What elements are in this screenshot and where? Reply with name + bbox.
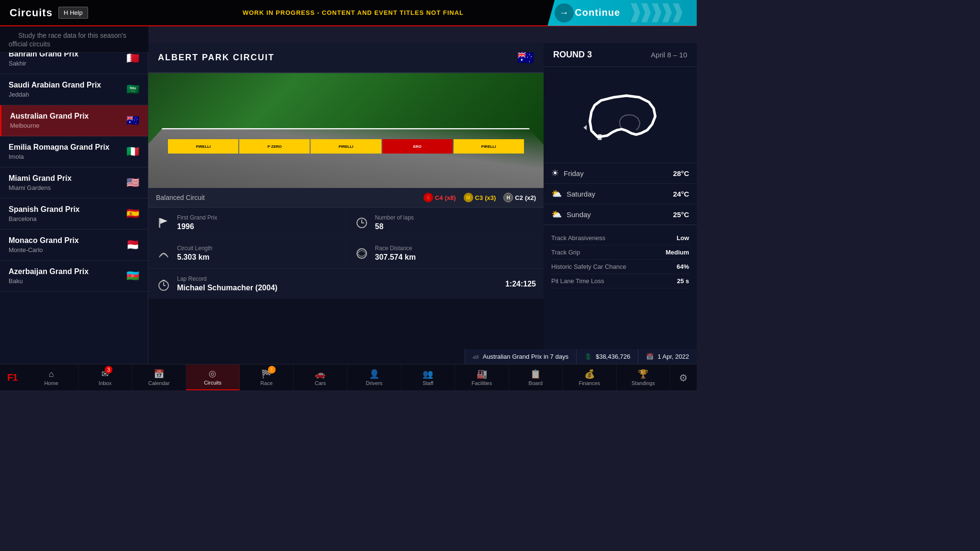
stat-first-gp-value: 1996	[177, 222, 217, 231]
circuit-flag-miami: 🇺🇸	[126, 176, 139, 189]
tyre-medium-circle: M	[464, 193, 473, 202]
circuit-hero-image: PIRELLI P ZERO PIRELLI ERO PIRELLI	[148, 73, 544, 188]
circuit-name-spain: Spanish Grand Prix	[9, 205, 79, 214]
main-content: Bahrain Grand Prix Sakhir 🇧🇭 Saudi Arabi…	[0, 43, 697, 364]
weather-saturday-temp: 24°C	[673, 190, 689, 198]
weather-sunday: ⛅ Sunday 25°C	[544, 204, 697, 225]
lap-record-content: Lap Record Michael Schumacher (2004)	[177, 276, 500, 292]
weather-friday-name: Friday	[564, 169, 668, 177]
stat-distance-label: Race Distance	[375, 245, 416, 252]
advert-pirelli-2: PIRELLI	[311, 139, 381, 154]
tyre-medium-count: (x3)	[485, 194, 496, 201]
circuit-flag-bahrain: 🇧🇭	[126, 52, 139, 65]
top-header: Circuits H Help WORK IN PROGRESS - CONTE…	[0, 0, 697, 26]
lap-record-label: Lap Record	[177, 276, 500, 282]
stat-first-gp: First Grand Prix 1996	[148, 208, 346, 238]
stat-laps-value: 58	[375, 222, 414, 231]
circuit-header-flag: 🇦🇺	[517, 50, 534, 66]
circuit-name-miami: Miami Grand Prix	[9, 174, 72, 183]
nav-label-facilities: Facilities	[471, 380, 492, 386]
board-icon: 📋	[530, 369, 541, 379]
svg-rect-0	[159, 218, 160, 228]
circuit-flag-spain: 🇪🇸	[126, 208, 139, 220]
nav-item-finances[interactable]: 💰 Finances	[563, 364, 616, 390]
circuit-item-emilia[interactable]: Emilia Romagna Grand Prix Imola 🇮🇹	[0, 136, 148, 167]
stat-length-value: 5.303 km	[177, 253, 212, 262]
inbox-badge-wrapper: ✉ 3	[101, 369, 109, 379]
stat-length-content: Circuit Length 5.303 km	[177, 245, 212, 262]
track-map-container	[544, 67, 697, 163]
nav-item-drivers[interactable]: 👤 Drivers	[347, 364, 401, 390]
nav-item-circuits[interactable]: ◎ Circuits	[186, 364, 240, 390]
page-subtitle: Study the race data for this season's of…	[9, 30, 126, 48]
page-title: Circuits	[10, 7, 53, 19]
circuit-name-emilia: Emilia Romagna Grand Prix	[9, 143, 110, 152]
nav-item-race[interactable]: 🏁 ! Race	[240, 364, 293, 390]
header-left: Circuits H Help	[0, 7, 239, 19]
header-title-section: Circuits	[10, 7, 53, 19]
weather-saturday-icon: ⛅	[551, 188, 562, 199]
advert-boards: PIRELLI P ZERO PIRELLI ERO PIRELLI	[168, 139, 523, 154]
circuit-item-australia[interactable]: Australian Grand Prix Melbourne 🇦🇺	[0, 105, 148, 136]
circuit-flag-azerbaijan: 🇦🇿	[126, 270, 139, 282]
circuit-flag-saudi: 🇸🇦	[126, 83, 139, 96]
svg-marker-1	[160, 218, 167, 224]
weather-section: ☀ Friday 28°C ⛅ Saturday 24°C ⛅ Sunday 2…	[544, 163, 697, 225]
circuit-item-azerbaijan[interactable]: Azerbaijan Grand Prix Baku 🇦🇿	[0, 261, 148, 292]
stat-laps: Number of laps 58	[346, 208, 544, 238]
chevron-4	[662, 3, 672, 22]
track-safety-car-label: Historic Safety Car Chance	[551, 263, 626, 270]
help-button[interactable]: H Help	[58, 7, 88, 19]
circuit-city-azerbaijan: Baku	[9, 277, 89, 285]
track-stat-abrasiveness: Track Abrasiveness Low	[551, 231, 689, 245]
circuit-city-emilia: Imola	[9, 153, 110, 160]
nav-item-staff[interactable]: 👥 Staff	[401, 364, 455, 390]
svg-rect-9	[598, 134, 601, 140]
status-date-icon: 📅	[646, 353, 654, 360]
circuit-item-saudi[interactable]: Saudi Arabian Grand Prix Jeddah 🇸🇦	[0, 74, 148, 105]
cars-icon: 🚗	[315, 369, 325, 379]
status-money: 💲 $38,436,726	[576, 349, 638, 364]
circuit-item-info-spain: Spanish Grand Prix Barcelona	[9, 205, 79, 222]
settings-button[interactable]: ⚙	[670, 364, 697, 390]
stats-grid: First Grand Prix 1996 Number of laps 58	[148, 208, 544, 268]
status-bar: 🏎 Australian Grand Prix in 7 days 💲 $38,…	[465, 349, 697, 364]
circuit-item-info-miami: Miami Grand Prix Miami Gardens	[9, 174, 72, 191]
circuit-item-monaco[interactable]: Monaco Grand Prix Monte-Carlo 🇲🇨	[0, 230, 148, 261]
nav-item-calendar[interactable]: 📅 Calendar	[132, 364, 186, 390]
track-stat-grip: Track Grip Medium	[551, 245, 689, 260]
page-subtitle-wrapper: Study the race data for this season's of…	[0, 26, 148, 53]
weather-sunday-name: Sunday	[567, 210, 668, 219]
track-map	[572, 79, 668, 151]
track-abrasiveness-label: Track Abrasiveness	[551, 234, 605, 242]
circuit-item-miami[interactable]: Miami Grand Prix Miami Gardens 🇺🇸	[0, 167, 148, 198]
stat-laps-content: Number of laps 58	[375, 214, 414, 231]
round-dates: April 8 – 10	[651, 51, 687, 59]
circuit-name-monaco: Monaco Grand Prix	[9, 236, 79, 245]
bottom-nav: F1 ⌂ Home ✉ 3 Inbox 📅 Calendar ◎ Circuit…	[0, 364, 697, 390]
nav-item-board[interactable]: 📋 Board	[509, 364, 563, 390]
status-event-text: Australian Grand Prix in 7 days	[483, 353, 568, 360]
track-pit-loss-label: Pit Lane Time Loss	[551, 277, 604, 285]
circuit-item-spain[interactable]: Spanish Grand Prix Barcelona 🇪🇸	[0, 198, 148, 230]
staff-icon: 👥	[423, 369, 433, 379]
track-photo-simulation	[148, 73, 544, 188]
nav-label-inbox: Inbox	[99, 380, 111, 386]
circuit-details: ALBERT PARK CIRCUIT 🇦🇺 PIRELLI P ZERO PI…	[148, 43, 544, 364]
circuit-item-info-saudi: Saudi Arabian Grand Prix Jeddah	[9, 81, 101, 98]
nav-item-cars[interactable]: 🚗 Cars	[294, 364, 347, 390]
track-stats-section: Track Abrasiveness Low Track Grip Medium…	[544, 225, 697, 294]
circuit-header: ALBERT PARK CIRCUIT 🇦🇺	[148, 43, 544, 73]
nav-item-home[interactable]: ⌂ Home	[24, 364, 78, 390]
stat-distance-content: Race Distance 307.574 km	[375, 245, 416, 262]
stat-length: Circuit Length 5.303 km	[148, 238, 346, 268]
nav-label-circuits: Circuits	[204, 380, 222, 386]
circuit-list: Bahrain Grand Prix Sakhir 🇧🇭 Saudi Arabi…	[0, 43, 148, 364]
nav-item-facilities[interactable]: 🏭 Facilities	[455, 364, 509, 390]
header-right: → Continue	[468, 0, 697, 26]
continue-button[interactable]: → Continue	[547, 0, 697, 26]
nav-label-home: Home	[44, 380, 58, 386]
circuit-type-bar: Balanced Circuit S C4 (x8) M C3 (x3) H C…	[148, 188, 544, 208]
nav-item-inbox[interactable]: ✉ 3 Inbox	[78, 364, 132, 390]
nav-item-standings[interactable]: 🏆 Standings	[617, 364, 670, 390]
